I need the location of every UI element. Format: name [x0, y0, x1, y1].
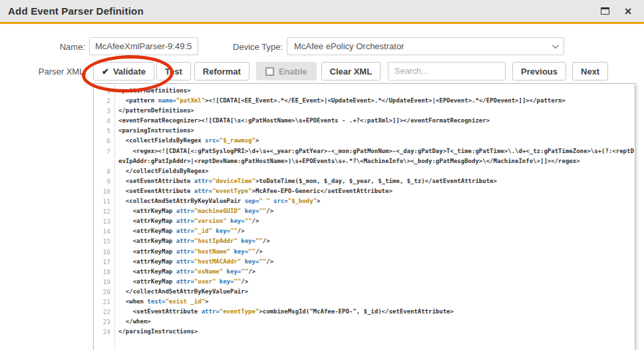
line-content: <attrKeyMap attr="osName" key=""/>	[114, 267, 635, 277]
enable-toggle[interactable]: Enable	[256, 62, 317, 81]
code-line: 6 <collectFieldsByRegex src="$_rawmsg">	[94, 136, 635, 146]
line-content: </collectFieldsByRegex>	[114, 166, 635, 176]
line-number: 15	[94, 236, 114, 246]
line-content: <setEventAttribute attr="deviceTime">toD…	[114, 176, 635, 186]
line-number: 24	[94, 327, 114, 337]
window-controls: ✕	[601, 7, 636, 16]
parser-xml-label: Parser XML:	[25, 67, 86, 77]
dialog-titlebar: Add Event Parser Definition ✕	[0, 0, 644, 24]
enable-checkbox[interactable]	[265, 67, 274, 76]
code-line: 18 <attrKeyMap attr="osName" key=""/>	[94, 267, 635, 277]
name-input[interactable]	[89, 37, 198, 55]
line-number: 13	[94, 216, 114, 226]
test-button[interactable]: Test	[156, 62, 191, 81]
code-line: 8 </collectFieldsByRegex>	[94, 166, 635, 176]
code-line: 5<parsingInstructions>	[94, 126, 635, 136]
code-line: 3</patternDefinitions>	[94, 106, 635, 116]
line-content: <regex><![CDATA[<:gPatSyslogPRI>\d+\s+<_…	[114, 146, 635, 166]
chevron-down-icon	[552, 42, 559, 49]
code-line: 10 <setEventAttribute attr="eventType">M…	[94, 186, 635, 196]
line-content: <attrKeyMap attr="user" key=""/>	[114, 277, 635, 287]
name-label: Name:	[25, 42, 85, 52]
line-number: 3	[94, 106, 114, 116]
device-type-value: McAfee ePolicy Orchestrator	[294, 41, 404, 51]
add-event-parser-dialog: Add Event Parser Definition ✕ Name: Devi…	[0, 0, 644, 350]
line-number: 20	[94, 287, 114, 297]
code-line: 22 <setEventAttribute attr="eventType">c…	[94, 307, 635, 317]
line-number: 19	[94, 277, 114, 287]
code-line: 1<patternDefinitions>	[94, 86, 635, 96]
line-number: 17	[94, 257, 114, 267]
line-content: <attrKeyMap attr="hostName" key=""/>	[114, 247, 635, 257]
line-content: </collectAndSetAttrByKeyValuePair>	[114, 287, 635, 297]
code-line: 17 <attrKeyMap attr="hostMACAddr" key=""…	[94, 257, 635, 267]
previous-button[interactable]: Previous	[512, 62, 566, 81]
code-line: 2 <pattern name="patXml"><![CDATA[<EE_Ev…	[94, 96, 635, 106]
line-content: <pattern name="patXml"><![CDATA[<EE_Even…	[114, 96, 635, 106]
line-number: 9	[94, 176, 114, 186]
reformat-button[interactable]: Reformat	[194, 62, 249, 81]
line-number: 7	[94, 146, 114, 166]
line-number: 4	[94, 116, 114, 126]
line-number: 8	[94, 166, 114, 176]
code-line: 24</parsingInstructions>	[94, 327, 635, 337]
line-number: 21	[94, 297, 114, 307]
code-lines: 1<patternDefinitions>2 <pattern name="pa…	[94, 86, 635, 337]
validate-label: Validate	[113, 67, 146, 77]
next-button[interactable]: Next	[572, 62, 608, 81]
code-line: 14 <attrKeyMap attr="_id" key=""/>	[94, 226, 635, 236]
code-line: 20 </collectAndSetAttrByKeyValuePair>	[94, 287, 635, 297]
line-number: 16	[94, 247, 114, 257]
line-number: 18	[94, 267, 114, 277]
line-content: <attrKeyMap attr="version" key=""/>	[114, 216, 635, 226]
code-line: 21 <when test="exist _id">	[94, 297, 635, 307]
line-number: 11	[94, 196, 114, 206]
line-number: 14	[94, 226, 114, 236]
validate-button[interactable]: ✔ Validate	[93, 62, 154, 81]
code-line: 9 <setEventAttribute attr="deviceTime">t…	[94, 176, 635, 186]
code-line: 19 <attrKeyMap attr="user" key=""/>	[94, 277, 635, 287]
line-number: 6	[94, 136, 114, 146]
gutter-separator	[114, 84, 115, 350]
line-number: 12	[94, 206, 114, 216]
line-content: <attrKeyMap attr="hostMACAddr" key=""/>	[114, 257, 635, 267]
line-content: <attrKeyMap attr="machineGUID" key=""/>	[114, 206, 635, 216]
line-content: <patternDefinitions>	[114, 86, 635, 96]
line-content: <attrKeyMap attr="hostIpAddr" key=""/>	[114, 236, 635, 246]
code-line: 23 </when>	[94, 317, 635, 327]
line-number: 10	[94, 186, 114, 196]
line-content: <attrKeyMap attr="_id" key=""/>	[114, 226, 635, 236]
line-content: <collectAndSetAttrByKeyValuePair sep=" "…	[114, 196, 635, 206]
code-line: 11 <collectAndSetAttrByKeyValuePair sep=…	[94, 196, 635, 206]
line-number: 1	[94, 86, 114, 96]
line-number: 2	[94, 96, 114, 106]
line-number: 5	[94, 126, 114, 136]
line-content: </patternDefinitions>	[114, 106, 635, 116]
code-line: 16 <attrKeyMap attr="hostName" key=""/>	[94, 247, 635, 257]
maximize-icon[interactable]	[601, 7, 609, 15]
enable-label: Enable	[279, 67, 307, 77]
clear-xml-button[interactable]: Clear XML	[321, 62, 381, 81]
device-type-label: Device Type:	[218, 42, 283, 52]
search-input[interactable]	[388, 62, 506, 81]
parser-toolbar: ✔ Validate Test Reformat Enable Clear XM…	[93, 62, 608, 81]
line-number: 22	[94, 307, 114, 317]
dialog-title: Add Event Parser Definition	[8, 5, 144, 17]
code-line: 7 <regex><![CDATA[<:gPatSyslogPRI>\d+\s+…	[94, 146, 635, 166]
checkmark-icon: ✔	[102, 67, 109, 77]
code-line: 4<eventFormatRecognizer><![CDATA[\s<:gPa…	[94, 116, 635, 126]
line-content: </when>	[114, 317, 635, 327]
line-content: <when test="exist _id">	[114, 297, 635, 307]
line-content: <setEventAttribute attr="eventType">comb…	[114, 307, 635, 317]
line-content: </parsingInstructions>	[114, 327, 635, 337]
code-line: 13 <attrKeyMap attr="version" key=""/>	[94, 216, 635, 226]
line-content: <eventFormatRecognizer><![CDATA[\s<:gPat…	[114, 116, 635, 126]
line-content: <parsingInstructions>	[114, 126, 635, 136]
line-content: <setEventAttribute attr="eventType">McAf…	[114, 186, 635, 196]
line-number: 23	[94, 317, 114, 327]
close-icon[interactable]: ✕	[624, 7, 632, 16]
code-line: 15 <attrKeyMap attr="hostIpAddr" key=""/…	[94, 236, 635, 246]
device-type-select[interactable]: McAfee ePolicy Orchestrator	[287, 37, 564, 55]
xml-editor[interactable]: 1<patternDefinitions>2 <pattern name="pa…	[93, 83, 635, 350]
line-content: <collectFieldsByRegex src="$_rawmsg">	[114, 136, 635, 146]
